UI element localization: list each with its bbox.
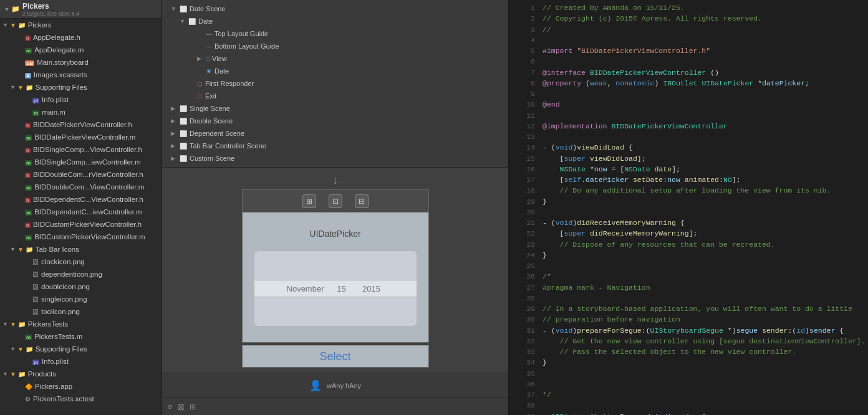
root-disclosure[interactable] — [2, 6, 11, 12]
size-class-label: wAny hAny — [327, 382, 361, 389]
code-content — [542, 379, 861, 389]
line-number: 30 — [516, 314, 535, 325]
code-line-29: 29 // In a storyboard-based application,… — [509, 303, 868, 314]
line-number: 37 — [516, 389, 535, 400]
code-line-11: 11 — [509, 110, 868, 121]
toolbar-btn-2[interactable]: ⊡ — [329, 194, 342, 208]
scene-item-date-scene[interactable]: ▼ ⬜ Date Scene — [167, 2, 503, 15]
scene-item-double-scene[interactable]: ▶ ⬜ Double Scene — [167, 115, 503, 127]
nav-item-pickers-app[interactable]: 🔶 Pickers.app — [0, 380, 162, 393]
nav-label-bid-dependent-m: BIDDependentC...iewController.m — [34, 208, 142, 216]
nav-item-info-plist-2[interactable]: pl Info.plist — [0, 355, 162, 368]
canvas-bottom-icons: ⊖ ⊠ ⊞ — [167, 402, 196, 412]
code-line-2: 2 // Copyright (c) 2015© Apress. All rig… — [509, 13, 868, 24]
nav-label-app-delegate-m: AppDelegate.m — [34, 46, 84, 54]
toolbar-btn-1[interactable]: ⊞ — [302, 194, 316, 208]
canvas-bottom-bar: ⊖ ⊠ ⊞ — [162, 398, 508, 415]
nav-item-pickers-tests-m[interactable]: m PickersTests.m — [0, 330, 162, 343]
code-line-31: 31 - (void)prepareForSegue:(UIStoryboard… — [509, 325, 868, 336]
line-number: 32 — [516, 336, 535, 346]
nav-item-images-xcassets[interactable]: A Images.xcassets — [0, 69, 162, 81]
scene-item-first-responder[interactable]: ⬡ First Responder — [167, 77, 503, 90]
code-content: [super viewDidLoad]; — [542, 153, 861, 164]
scene-label-top-layout: Top Layout Guide — [215, 30, 268, 37]
nav-item-bid-custom-m[interactable]: m BIDCustomPickerViewController.m — [0, 231, 162, 243]
canvas-top-bar: ↓ — [162, 168, 508, 189]
scene-item-view[interactable]: ▶ □ View — [167, 52, 503, 65]
code-content: } — [542, 250, 861, 260]
nav-item-bid-dependent-h[interactable]: h BIDDependentC...ViewController.h — [0, 193, 162, 206]
nav-item-products[interactable]: ▼ ▼ 📁 Products — [0, 368, 162, 380]
zoom-fit-btn[interactable]: ⊠ — [177, 402, 185, 412]
nav-item-supporting-files-1[interactable]: ▼ ▼ 📁 Supporting Files — [0, 81, 162, 93]
nav-label-clockicon: clockicon.png — [41, 258, 85, 265]
nav-item-supporting-files-2[interactable]: ▼ ▼ 📁 Supporting Files — [0, 343, 162, 355]
nav-item-clockicon[interactable]: 🖼 clockicon.png — [0, 255, 162, 268]
nav-label-bid-custom-m: BIDCustomPickerViewController.m — [34, 233, 145, 241]
canvas-body: UIDatePicker November 15 2015 — [242, 212, 429, 343]
scene-item-date-vc[interactable]: ▼ ⬜ Date — [167, 15, 503, 27]
code-content: - (void)prepareForSegue:(UIStoryboardSeg… — [542, 325, 861, 336]
nav-item-app-delegate-h[interactable]: h AppDelegate.h — [0, 31, 162, 44]
scene-item-top-layout[interactable]: — Top Layout Guide — [167, 27, 503, 40]
code-content: @property (weak, nonatomic) IBOutlet UID… — [542, 78, 861, 88]
nav-item-pickers-root[interactable]: ▼ ▼ 📁 Pickers — [0, 19, 162, 31]
line-number: 39 — [516, 411, 535, 416]
line-number: 13 — [516, 131, 535, 142]
zoom-out-btn[interactable]: ⊖ — [167, 403, 172, 410]
nav-label-bid-double-comp-h: BIDDoubleCom...rViewController.h — [33, 171, 143, 178]
nav-item-toolicon[interactable]: 🖼 toolicon.png — [0, 305, 162, 318]
code-content: } — [542, 357, 861, 368]
nav-item-pickers-tests[interactable]: ▼ ▼ 📁 PickersTests — [0, 318, 162, 330]
scene-item-custom-scene[interactable]: ▶ ⬜ Custom Scene — [167, 152, 503, 165]
code-line-35: 35 — [509, 368, 868, 379]
nav-item-singleicon[interactable]: 🖼 singleicon.png — [0, 293, 162, 305]
nav-item-dependenticon[interactable]: 🖼 dependenticon.png — [0, 268, 162, 280]
code-content: /* — [542, 271, 861, 282]
nav-item-bid-custom-h[interactable]: h BIDCustomPickerViewController.h — [0, 218, 162, 231]
nav-item-pickers-xctest[interactable]: ⚙ PickersTests.xctest — [0, 393, 162, 405]
nav-item-doubleicon[interactable]: 🖼 doubleicon.png — [0, 280, 162, 293]
nav-item-bid-single-comp-m[interactable]: m BIDSingleComp...iewController.m — [0, 156, 162, 168]
scene-item-dependent-scene[interactable]: ▶ ⬜ Dependent Scene — [167, 127, 503, 140]
scene-item-tab-bar-scene[interactable]: ▶ ⬜ Tab Bar Controller Scene — [167, 140, 503, 152]
code-content — [542, 260, 861, 271]
nav-item-app-delegate-m[interactable]: m AppDelegate.m — [0, 44, 162, 56]
root-project[interactable]: 📁 Pickers 2 targets, iOS SDK 8.4 — [0, 0, 162, 19]
code-line-18: 18 // Do any additional setup after load… — [509, 185, 868, 196]
line-number: 26 — [516, 271, 535, 282]
nav-label-supporting-files-1: Supporting Files — [36, 83, 87, 91]
nav-item-main-storyboard[interactable]: SB Main.storyboard — [0, 56, 162, 69]
nav-item-bid-double-comp-m[interactable]: m BIDDoubleCom...ViewController.m — [0, 181, 162, 193]
scene-item-exit[interactable]: ⬡ Exit — [167, 90, 503, 102]
nav-label-app-delegate-h: AppDelegate.h — [33, 34, 80, 41]
code-content: // Do any additional setup after loading… — [542, 185, 861, 196]
code-line-15: 15 [super viewDidLoad]; — [509, 153, 868, 164]
scene-label-tab-bar-scene: Tab Bar Controller Scene — [190, 142, 266, 150]
line-number: 15 — [516, 153, 535, 164]
nav-item-bid-single-comp-h[interactable]: h BIDSingleComp...ViewController.h — [0, 143, 162, 156]
project-name: Pickers — [22, 2, 79, 11]
nav-item-bid-datepicker-m[interactable]: m BIDDatePickerViewController.m — [0, 131, 162, 143]
nav-item-tab-bar-icons[interactable]: ▼ ▼ 📁 Tab Bar Icons — [0, 243, 162, 255]
nav-item-bid-datepicker-h[interactable]: h BIDDatePickerViewController.h — [0, 118, 162, 131]
code-line-9: 9 — [509, 88, 868, 99]
toolbar-btn-3[interactable]: ⊟ — [355, 194, 369, 208]
scene-label-exit: Exit — [205, 92, 216, 100]
scene-item-date-obj[interactable]: ★ Date — [167, 65, 503, 77]
nav-label-pickers-app: Pickers.app — [35, 383, 72, 390]
storyboard-panel: ▼ ⬜ Date Scene ▼ ⬜ Date — Top Layout Gui… — [162, 0, 509, 415]
line-number: 1 — [516, 2, 535, 13]
code-lines: 1 // Created by Amanda on 15/11/25. 2 //… — [509, 2, 868, 415]
scene-item-single-scene[interactable]: ▶ ⬜ Single Scene — [167, 102, 503, 115]
code-line-37: 37 */ — [509, 389, 868, 400]
nav-item-main-m[interactable]: m main.m — [0, 106, 162, 118]
nav-item-bid-double-comp-h[interactable]: h BIDDoubleCom...rViewController.h — [0, 168, 162, 181]
nav-item-bid-dependent-m[interactable]: m BIDDependentC...iewController.m — [0, 206, 162, 218]
scene-item-bottom-layout[interactable]: — Bottom Layout Guide — [167, 40, 503, 52]
scene-label-date-obj: Date — [215, 67, 229, 75]
nav-item-info-plist-1[interactable]: pl Info.plist — [0, 93, 162, 106]
zoom-in-btn[interactable]: ⊞ — [190, 403, 196, 411]
line-number: 35 — [516, 368, 535, 379]
code-line-5: 5 #import "BIDDatePickerViewController.h… — [509, 45, 868, 56]
